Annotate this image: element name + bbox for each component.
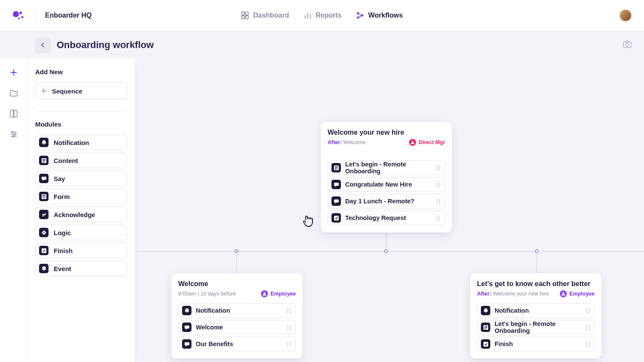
node-item[interactable]: Finish|| (477, 337, 595, 351)
node-item-icon (481, 323, 490, 332)
node-item[interactable]: Welcome|| (178, 320, 296, 335)
svg-rect-42 (334, 183, 339, 186)
svg-rect-33 (44, 195, 46, 196)
rail-add-icon[interactable] (9, 68, 18, 77)
node-item-label: Welcome (196, 324, 223, 331)
svg-rect-27 (43, 159, 46, 160)
svg-rect-40 (335, 168, 338, 169)
node-item[interactable]: Notification|| (178, 303, 296, 318)
node-item-label: Let's begin - Remote Onboarding (495, 320, 581, 334)
add-sequence-button[interactable]: Sequence (35, 82, 127, 100)
svg-rect-4 (242, 12, 245, 15)
node-item[interactable]: Day 1 Lunch - Remote?|| (328, 194, 445, 208)
node-item[interactable]: Technology Request|| (328, 211, 445, 225)
node-meta: After: Welcome your new hire Employee (477, 290, 595, 297)
rail-folder-icon[interactable] (9, 89, 18, 97)
drag-handle-icon[interactable]: || (287, 307, 292, 314)
node-item-icon (481, 306, 490, 315)
screenshot-button[interactable] (623, 39, 632, 51)
node-item-label: Notification (196, 307, 230, 314)
svg-point-37 (412, 141, 413, 142)
drag-handle-icon[interactable]: || (586, 324, 591, 331)
page-title: Onboarding workflow (57, 39, 154, 51)
node-time-meta: 9:00am | 10 days before (178, 291, 236, 297)
rail-book-icon[interactable] (9, 109, 18, 118)
node-item[interactable]: Let's begin - Remote Onboarding|| (477, 320, 595, 335)
module-label: Notification (54, 139, 89, 146)
svg-rect-28 (43, 160, 46, 161)
node-after: After: Welcome (328, 139, 366, 145)
node-badge: Employee (261, 290, 296, 297)
node-item[interactable]: Our Benefits|| (178, 337, 296, 351)
module-item[interactable]: Finish (35, 243, 127, 258)
svg-point-45 (264, 292, 265, 294)
svg-rect-6 (242, 16, 245, 19)
node-item[interactable]: Congratulate New Hire|| (328, 177, 445, 192)
workflow-node-right[interactable]: Let's get to know each other better Afte… (470, 273, 601, 359)
drag-handle-icon[interactable]: || (287, 341, 292, 347)
node-item-label: Congratulate New Hire (345, 181, 412, 188)
connector-line (537, 251, 537, 273)
plus-icon (41, 88, 47, 94)
module-item[interactable]: Form (35, 189, 127, 204)
modules-heading: Modules (35, 121, 127, 128)
node-item-label: Notification (495, 307, 529, 314)
module-item[interactable]: Content (35, 153, 127, 168)
node-item-label: Let's begin - Remote Onboarding (345, 161, 432, 175)
node-item-icon (182, 323, 191, 332)
workflow-node-top[interactable]: Welcome your new hire After: Welcome Dir… (321, 122, 452, 232)
drag-handle-icon[interactable]: || (436, 164, 441, 171)
workflows-icon (356, 12, 364, 19)
module-item[interactable]: Acknowledge (35, 207, 127, 222)
svg-rect-35 (43, 197, 46, 198)
svg-rect-50 (484, 326, 487, 327)
node-item[interactable]: Let's begin - Remote Onboarding|| (328, 160, 445, 175)
nav-workflows[interactable]: Workflows (356, 12, 403, 19)
svg-rect-41 (335, 169, 337, 170)
back-button[interactable] (35, 37, 51, 53)
svg-rect-44 (334, 216, 339, 220)
sequence-label: Sequence (52, 87, 82, 95)
node-title: Let's get to know each other better (477, 280, 595, 288)
drag-handle-icon[interactable]: || (586, 341, 591, 347)
app-logo[interactable] (12, 9, 26, 22)
connector-line (237, 251, 237, 273)
drag-handle-icon[interactable]: || (436, 181, 441, 188)
node-after: After: Welcome your new hire (477, 291, 549, 297)
module-item[interactable]: Event (35, 261, 127, 276)
workflow-canvas[interactable]: Welcome your new hire After: Welcome Dir… (135, 59, 644, 362)
nav-dashboard[interactable]: Dashboard (241, 12, 289, 19)
add-new-heading: Add New (35, 68, 127, 75)
svg-rect-34 (44, 196, 46, 196)
user-avatar[interactable] (619, 9, 632, 22)
svg-point-19 (12, 131, 13, 133)
svg-point-15 (626, 43, 629, 46)
svg-point-0 (13, 11, 19, 17)
svg-rect-29 (43, 162, 44, 163)
drag-handle-icon[interactable]: || (436, 198, 441, 205)
nav-workflows-label: Workflows (368, 12, 403, 19)
node-title: Welcome (178, 280, 296, 288)
org-name: Enboarder HQ (45, 12, 91, 19)
module-item[interactable]: Say (35, 171, 127, 186)
module-label: Say (54, 175, 65, 182)
module-item[interactable]: Logic (35, 225, 127, 240)
svg-rect-46 (185, 326, 189, 329)
nav-reports-label: Reports (316, 12, 341, 19)
nav-reports[interactable]: Reports (304, 12, 341, 19)
module-item[interactable]: Notification (35, 135, 127, 150)
node-meta: After: Welcome Direct Mgr (328, 139, 445, 146)
timeline (135, 251, 644, 252)
node-items: Notification||Let's begin - Remote Onboa… (477, 303, 595, 351)
svg-rect-51 (484, 327, 487, 328)
node-badge: Direct Mgr (409, 139, 445, 146)
svg-rect-5 (246, 12, 249, 15)
node-item-label: Day 1 Lunch - Remote? (345, 198, 414, 205)
node-item[interactable]: Notification|| (477, 303, 595, 318)
drag-handle-icon[interactable]: || (287, 324, 292, 331)
drag-handle-icon[interactable]: || (586, 307, 591, 314)
drag-handle-icon[interactable]: || (436, 214, 441, 221)
node-item-icon (331, 163, 341, 172)
workflow-node-left[interactable]: Welcome 9:00am | 10 days before Employee… (171, 273, 303, 359)
rail-settings-icon[interactable] (9, 130, 18, 139)
